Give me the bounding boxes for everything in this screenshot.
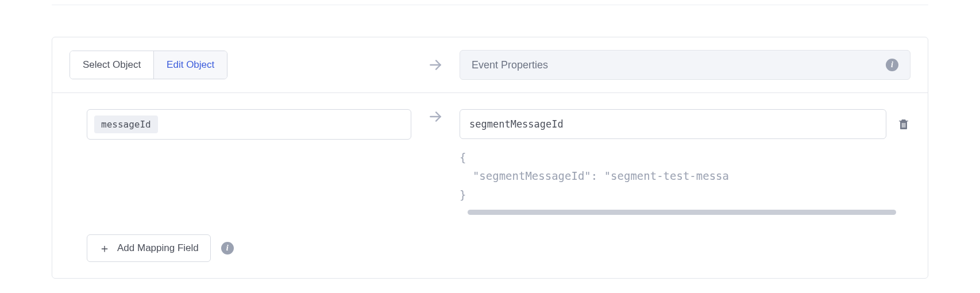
event-properties-field[interactable]: Event Properties i	[460, 50, 910, 80]
header-left: Select Object Edit Object	[70, 51, 411, 79]
add-mapping-field-button[interactable]: ＋ Add Mapping Field	[87, 234, 211, 262]
panel-header: Select Object Edit Object Event Properti…	[52, 37, 928, 93]
event-properties-label: Event Properties	[472, 59, 548, 71]
scrollbar[interactable]	[460, 210, 910, 215]
info-icon[interactable]: i	[886, 59, 898, 71]
add-mapping-field-label: Add Mapping Field	[117, 242, 199, 254]
info-icon[interactable]: i	[221, 242, 234, 255]
tab-edit-object[interactable]: Edit Object	[153, 51, 227, 79]
arrow-col	[411, 109, 460, 124]
tab-select-object[interactable]: Select Object	[70, 51, 153, 79]
scrollbar-thumb[interactable]	[468, 210, 896, 215]
object-tabs: Select Object Edit Object	[70, 51, 227, 79]
mapping-panel: Select Object Edit Object Event Properti…	[52, 37, 928, 279]
source-input[interactable]: messageId	[87, 109, 411, 140]
source-col: messageId	[87, 109, 411, 140]
panel-body: messageId segmentMessageId	[52, 93, 928, 278]
trash-icon[interactable]	[897, 117, 910, 131]
arrow-right-icon	[428, 109, 443, 124]
arrow-right-icon	[428, 57, 443, 72]
destination-input[interactable]: segmentMessageId	[460, 109, 886, 139]
mapping-row: messageId segmentMessageId	[87, 109, 910, 215]
dest-col: segmentMessageId { "segmentMessageId": "…	[460, 109, 910, 215]
plus-icon: ＋	[99, 242, 110, 254]
add-row: ＋ Add Mapping Field i	[87, 234, 910, 262]
source-chip[interactable]: messageId	[94, 115, 158, 133]
code-preview: { "segmentMessageId": "segment-test-mess…	[460, 148, 910, 204]
arrow-col	[411, 57, 460, 72]
dest-top: segmentMessageId	[460, 109, 910, 139]
divider	[52, 5, 928, 5]
